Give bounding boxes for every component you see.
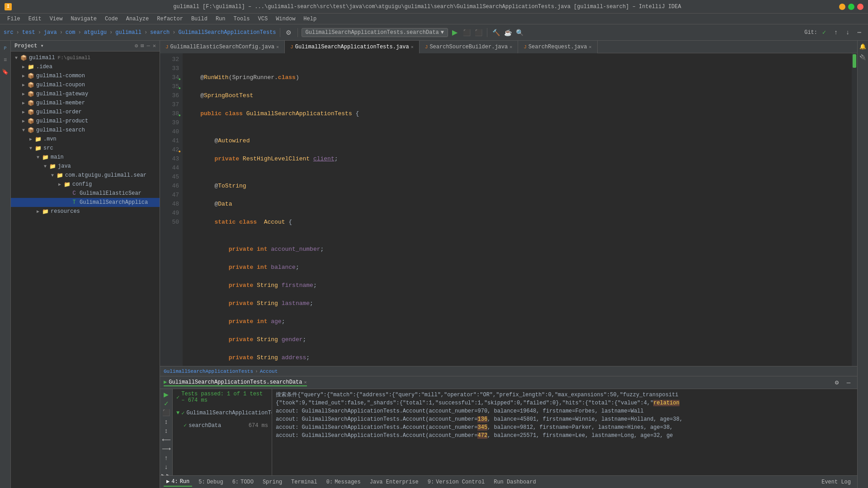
bottom-tab-messages[interactable]: 0: Messages	[324, 478, 363, 486]
tree-item-gulimallsearch[interactable]: ▶ T GulimallSearchApplica	[11, 198, 160, 207]
run-suite-item[interactable]: ▼ ✓ GulimallSearchApplicationTest 674 ms	[173, 405, 272, 421]
menu-build[interactable]: Build	[188, 15, 211, 23]
tab-close-icon[interactable]: ✕	[509, 44, 512, 50]
menu-view[interactable]: View	[46, 15, 66, 23]
run-panel-close[interactable]: —	[844, 378, 854, 388]
bottom-tab-terminal[interactable]: Terminal	[288, 478, 320, 486]
run-up-btn[interactable]: ↑	[161, 454, 171, 461]
run-button[interactable]: ▶	[450, 28, 460, 38]
run-sort-btn[interactable]: ↕	[161, 418, 171, 425]
breadcrumb-src[interactable]: src	[4, 29, 14, 36]
tree-item-product[interactable]: ▶ 📦 gulimall-product	[11, 117, 160, 126]
menu-edit[interactable]: Edit	[25, 15, 45, 23]
tree-item-search[interactable]: ▼ 📦 gulimall-search	[11, 126, 160, 135]
tab-close-icon[interactable]: ✕	[411, 44, 414, 50]
notification-icon[interactable]: 🔔	[859, 42, 867, 51]
bottom-tab-run-dashboard[interactable]: Run Dashboard	[491, 478, 539, 486]
toolbar-settings[interactable]: ⚙	[284, 28, 294, 38]
run-tab-close[interactable]: ✕	[304, 380, 307, 385]
run-test-item[interactable]: ✓ searchData 674 ms	[173, 421, 272, 430]
breadcrumb-search[interactable]: search	[150, 29, 170, 36]
tree-item-resources[interactable]: ▶ 📁 resources	[11, 207, 160, 216]
search-everywhere-button[interactable]: 🔍	[514, 28, 524, 38]
bottom-tab-run[interactable]: ▶ 4: Run	[164, 477, 192, 487]
code-text[interactable]: @RunWith(SpringRunner.class) @SpringBoot…	[183, 53, 852, 366]
tree-item-src[interactable]: ▼ 📁 src	[11, 144, 160, 153]
project-panel-close[interactable]: ✕	[153, 42, 156, 49]
breadcrumb-java[interactable]: java	[44, 29, 57, 36]
debug-button[interactable]: ⬛	[462, 28, 472, 38]
git-update[interactable]: ↑	[831, 28, 841, 38]
bottom-tab-spring[interactable]: Spring	[260, 478, 285, 486]
breadcrumb-com[interactable]: com	[66, 29, 75, 36]
structure-icon[interactable]: ≡	[1, 56, 9, 64]
menu-tools[interactable]: Tools	[230, 15, 254, 23]
bottom-tab-version-control[interactable]: 9: Version Control	[425, 478, 487, 486]
run-stop-btn[interactable]: ⬛	[161, 409, 171, 416]
tree-item-order[interactable]: ▶ 📦 gulimall-order	[11, 108, 160, 117]
tab-elastic-config[interactable]: J GulimallElasticSearchConfig.java ✕	[160, 41, 285, 53]
run-rerun-btn[interactable]: ✓	[161, 400, 171, 407]
tab-close-icon[interactable]: ✕	[276, 44, 279, 50]
tree-item-gulimall[interactable]: ▼ 📦 gulimall F:\gulimall	[11, 53, 160, 62]
project-icon[interactable]: P	[1, 44, 9, 52]
breadcrumb-inner-class[interactable]: Accout	[260, 369, 278, 374]
menu-code[interactable]: Code	[101, 15, 122, 23]
tab-close-icon[interactable]: ✕	[589, 44, 591, 50]
project-panel-settings[interactable]: ⚙	[135, 42, 138, 49]
menu-run[interactable]: Run	[212, 15, 229, 23]
project-panel-expand[interactable]: ⊞	[141, 42, 144, 49]
maximize-button[interactable]	[848, 4, 854, 10]
project-panel-collapse[interactable]: —	[147, 43, 150, 49]
run-tab-active[interactable]: ▶ GulimallSearchApplicationTests.searchD…	[164, 379, 307, 386]
breadcrumb-class[interactable]: GulimallSearchApplicationTests	[179, 29, 276, 36]
close-button[interactable]	[857, 4, 863, 10]
tree-item-coupon[interactable]: ▶ 📦 gulimall-coupon	[11, 80, 160, 89]
build-button[interactable]: 🔨	[491, 28, 501, 38]
tree-item-com[interactable]: ▼ 📁 com.atguigu.gulimall.sear	[11, 171, 160, 180]
tree-item-config[interactable]: ▶ 📁 config	[11, 180, 160, 189]
sdk-button[interactable]: ☕	[503, 28, 513, 38]
breadcrumb-class-name[interactable]: GulimallSearchApplicationTests	[164, 369, 253, 374]
tree-item-main[interactable]: ▼ 📁 main	[11, 153, 160, 162]
menu-navigate[interactable]: Navigate	[67, 15, 100, 23]
minimize-button[interactable]	[839, 4, 845, 10]
tree-item-member[interactable]: ▶ 📦 gulimall-member	[11, 99, 160, 108]
bottom-tab-java-enterprise[interactable]: Java Enterprise	[367, 478, 421, 486]
breadcrumb-gulimall[interactable]: gulimall	[115, 29, 142, 36]
menu-file[interactable]: File	[4, 15, 24, 23]
git-checkmark[interactable]: ✓	[819, 28, 829, 38]
menu-vcs[interactable]: VCS	[255, 15, 272, 23]
bottom-tab-event-log[interactable]: Event Log	[819, 478, 854, 486]
plugins-icon[interactable]: 🔌	[859, 53, 867, 61]
breadcrumb-atguigu[interactable]: atguigu	[84, 29, 107, 36]
tree-item-gateway[interactable]: ▶ 📦 gulimall-gateway	[11, 89, 160, 99]
tree-item-gulimallelastic[interactable]: ▶ C GulimallElasticSear	[11, 189, 160, 198]
tree-item-java[interactable]: ▼ 📁 java	[11, 162, 160, 171]
bottom-tab-debug[interactable]: 5: Debug	[196, 478, 226, 486]
bookmarks-icon[interactable]: 🔖	[1, 68, 9, 76]
menu-analyze[interactable]: Analyze	[123, 15, 152, 23]
run-play-btn[interactable]: ▶	[161, 391, 171, 398]
run-export-btn[interactable]: ⟶	[161, 445, 171, 452]
run-config-selector[interactable]: GulimallSearchApplicationTests.searchDat…	[302, 28, 448, 37]
git-push[interactable]: ↓	[843, 28, 853, 38]
run-sort2-btn[interactable]: ↕	[161, 427, 171, 434]
breadcrumb-test[interactable]: test	[22, 29, 35, 36]
menu-help[interactable]: Help	[300, 15, 320, 23]
run-down-btn[interactable]: ↓	[161, 463, 171, 470]
menu-refactor[interactable]: Refactor	[153, 15, 187, 23]
tab-search-source-builder[interactable]: J SearchSourceBuilder.java ✕	[420, 41, 518, 53]
stop-button[interactable]: ⬛	[473, 28, 483, 38]
tree-item-mvn[interactable]: ▶ 📁 .mvn	[11, 135, 160, 144]
git-more[interactable]: ⋯	[854, 28, 864, 38]
bottom-tab-todo[interactable]: 6: TODO	[230, 478, 256, 486]
tree-item-idea[interactable]: ▶ 📁 .idea	[11, 62, 160, 71]
tab-search-request[interactable]: J SearchRequest.java ✕	[518, 41, 597, 53]
window-controls[interactable]	[839, 4, 863, 10]
run-import-btn[interactable]: ⟵	[161, 436, 171, 443]
tab-search-tests[interactable]: J GulimallSearchApplicationTests.java ✕	[285, 41, 420, 53]
run-panel-settings[interactable]: ⚙	[832, 378, 842, 388]
menu-window[interactable]: Window	[272, 15, 299, 23]
tree-item-common[interactable]: ▶ 📦 gulimall-common	[11, 71, 160, 80]
